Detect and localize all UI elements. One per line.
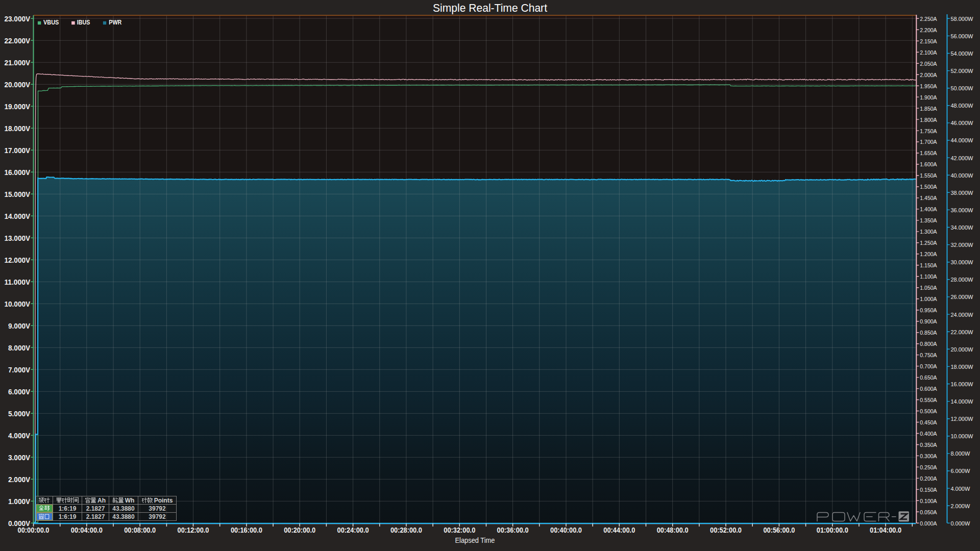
svg-text:18.000W: 18.000W (950, 364, 973, 370)
svg-text:18.000V: 18.000V (4, 124, 30, 133)
svg-text:0.250A: 0.250A (920, 464, 937, 470)
svg-text:0.000A: 0.000A (920, 520, 937, 527)
svg-text:0.600A: 0.600A (920, 386, 937, 392)
svg-text:00:24:00.0: 00:24:00.0 (337, 525, 369, 534)
svg-text:Elapsed Time: Elapsed Time (455, 536, 495, 544)
svg-text:38.000W: 38.000W (950, 190, 973, 196)
svg-text:2.050A: 2.050A (920, 61, 937, 67)
svg-text:00:20:00.0: 00:20:00.0 (284, 525, 315, 534)
svg-text:0.100A: 0.100A (920, 498, 937, 504)
svg-text:0.950A: 0.950A (920, 307, 937, 313)
svg-text:00:36:00.0: 00:36:00.0 (497, 525, 529, 534)
svg-text:00:16:00.0: 00:16:00.0 (231, 525, 262, 534)
svg-text:1.200A: 1.200A (920, 251, 937, 257)
svg-text:21.000V: 21.000V (4, 58, 30, 67)
svg-text:1.700A: 1.700A (920, 139, 937, 145)
svg-text:9.000V: 9.000V (8, 321, 30, 330)
svg-text:IBUS: IBUS (77, 19, 90, 26)
svg-text:00:28:00.0: 00:28:00.0 (390, 525, 422, 534)
svg-text:17.000V: 17.000V (4, 146, 30, 155)
svg-text:10.000V: 10.000V (4, 299, 30, 308)
svg-text:7.000V: 7.000V (8, 365, 30, 374)
svg-text:26.000W: 26.000W (950, 294, 973, 300)
svg-text:16.000W: 16.000W (950, 381, 973, 387)
svg-text:22.000V: 22.000V (4, 36, 30, 45)
svg-text:0.800A: 0.800A (920, 341, 937, 347)
svg-text:1.800A: 1.800A (920, 117, 937, 123)
svg-text:VBUS: VBUS (43, 19, 59, 26)
svg-text:1.450A: 1.450A (920, 195, 937, 201)
svg-text:4.000W: 4.000W (950, 486, 970, 492)
svg-text:0.200A: 0.200A (920, 475, 937, 482)
svg-text:1.900A: 1.900A (920, 94, 937, 101)
svg-text:30.000W: 30.000W (950, 259, 973, 265)
svg-text:1.100A: 1.100A (920, 273, 937, 280)
svg-text:0.300A: 0.300A (920, 453, 937, 459)
svg-text:00:12:00.0: 00:12:00.0 (178, 525, 209, 534)
svg-text:8.000V: 8.000V (8, 343, 30, 352)
svg-text:1.750A: 1.750A (920, 128, 937, 134)
svg-text:1.950A: 1.950A (920, 83, 937, 89)
svg-text:00:48:00.0: 00:48:00.0 (657, 525, 689, 534)
svg-text:13.000V: 13.000V (4, 234, 30, 242)
svg-text:15.000V: 15.000V (4, 190, 30, 198)
svg-text:0.700A: 0.700A (920, 363, 937, 369)
svg-text:0.400A: 0.400A (920, 431, 937, 437)
svg-text:23.000V: 23.000V (4, 14, 30, 23)
svg-text:00:52:00.0: 00:52:00.0 (710, 525, 742, 534)
svg-text:14.000V: 14.000V (4, 212, 30, 220)
svg-text:Simple Real-Time Chart: Simple Real-Time Chart (433, 2, 547, 14)
svg-text:0.450A: 0.450A (920, 419, 937, 425)
svg-text:8.000W: 8.000W (950, 450, 970, 457)
svg-text:00:32:00.0: 00:32:00.0 (444, 525, 475, 534)
svg-text:46.000W: 46.000W (950, 120, 973, 126)
svg-text:14.000W: 14.000W (950, 398, 973, 405)
svg-text:0.550A: 0.550A (920, 397, 937, 403)
svg-text:20.000W: 20.000W (950, 346, 973, 353)
svg-text:0.500A: 0.500A (920, 408, 937, 414)
svg-text:1.650A: 1.650A (920, 150, 937, 156)
svg-text:01:04:00.0: 01:04:00.0 (870, 525, 901, 534)
svg-text:6.000V: 6.000V (8, 387, 30, 396)
svg-text:48.000W: 48.000W (950, 103, 973, 109)
svg-text:44.000W: 44.000W (950, 137, 973, 143)
svg-text:00:08:00.0: 00:08:00.0 (124, 525, 156, 534)
svg-text:00:00:00.0: 00:00:00.0 (18, 525, 50, 534)
svg-text:2.000V: 2.000V (8, 475, 30, 484)
svg-text:PWR: PWR (109, 19, 121, 26)
svg-text:2.200A: 2.200A (920, 27, 937, 33)
svg-text:00:56:00.0: 00:56:00.0 (763, 525, 795, 534)
svg-text:56.000W: 56.000W (950, 33, 973, 39)
svg-text:1.000A: 1.000A (920, 296, 937, 302)
svg-text:2.000W: 2.000W (950, 503, 970, 509)
svg-text:2.150A: 2.150A (920, 38, 937, 44)
svg-text:6.000W: 6.000W (950, 468, 970, 474)
svg-text:36.000W: 36.000W (950, 207, 973, 213)
svg-text:0.000W: 0.000W (950, 520, 970, 527)
svg-text:0.050A: 0.050A (920, 509, 937, 515)
svg-text:52.000W: 52.000W (950, 68, 973, 74)
svg-text:1.850A: 1.850A (920, 106, 937, 112)
svg-text:34.000W: 34.000W (950, 224, 973, 231)
svg-text:1.150A: 1.150A (920, 262, 937, 268)
svg-text:1.350A: 1.350A (920, 217, 937, 223)
svg-text:2.250A: 2.250A (920, 16, 937, 22)
svg-text:54.000W: 54.000W (950, 51, 973, 57)
svg-text:2.100A: 2.100A (920, 49, 937, 56)
svg-text:0.350A: 0.350A (920, 442, 937, 448)
svg-text:1.250A: 1.250A (920, 240, 937, 246)
svg-text:28.000W: 28.000W (950, 277, 973, 283)
svg-text:0.850A: 0.850A (920, 330, 937, 336)
svg-text:40.000W: 40.000W (950, 172, 973, 179)
svg-text:1.300A: 1.300A (920, 229, 937, 235)
svg-text:1.500A: 1.500A (920, 184, 937, 190)
svg-text:11.000V: 11.000V (4, 278, 30, 286)
svg-text:12.000V: 12.000V (4, 256, 30, 264)
svg-text:10.000W: 10.000W (950, 433, 973, 439)
svg-text:0.900A: 0.900A (920, 318, 937, 324)
svg-text:00:44:00.0: 00:44:00.0 (603, 525, 635, 534)
svg-text:19.000V: 19.000V (4, 102, 30, 111)
svg-text:1.400A: 1.400A (920, 206, 937, 212)
svg-text:42.000W: 42.000W (950, 155, 973, 161)
svg-text:0.650A: 0.650A (920, 374, 937, 381)
